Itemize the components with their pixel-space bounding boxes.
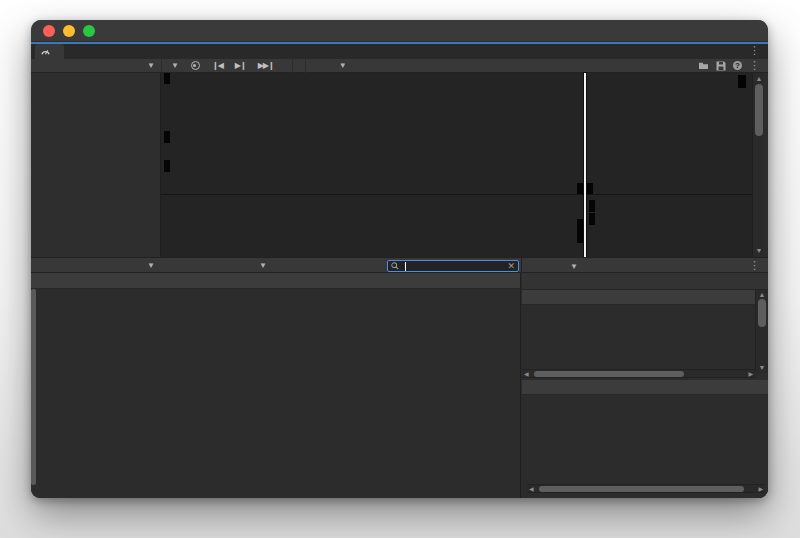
main-toolbar: ▼ ▼ ❙◀ ▶❙ ▶▶❙ ▼ ? ⋮ [31, 59, 768, 73]
panel-horizontal-scrollbar[interactable]: ◀ ▶ [527, 484, 765, 493]
called-from-vertical-scrollbar[interactable]: ▲ ▼ [755, 290, 768, 373]
play-mode-dropdown[interactable]: ▼ [162, 59, 185, 73]
chevron-down-icon: ▼ [259, 261, 267, 270]
scrollbar-thumb[interactable] [534, 371, 684, 377]
chevron-down-icon: ▼ [171, 61, 179, 70]
live-toggle[interactable] [161, 257, 173, 273]
hierarchy-table-header[interactable] [31, 273, 520, 289]
scroll-right-icon[interactable]: ▶ [758, 485, 763, 494]
chevron-down-icon: ▼ [147, 61, 155, 70]
search-input[interactable]: ✕ [387, 260, 519, 272]
deep-profile-toggle[interactable] [318, 59, 330, 73]
batches-value-badge [589, 213, 595, 225]
hierarchy-left-scrollbar[interactable] [31, 289, 36, 485]
setpass-value-badge [589, 200, 595, 212]
bottom-panes: ▲ ▼ ◀ ▶ ◀ ▶ [31, 273, 768, 498]
scrollbar-thumb[interactable] [758, 299, 766, 327]
vertices-value-badge [577, 231, 583, 243]
clear-search-icon[interactable]: ✕ [507, 261, 515, 271]
selected-sample-badge [738, 75, 746, 88]
called-from-header[interactable] [522, 290, 768, 305]
selection-value-left [577, 183, 583, 195]
toolbar-context-menu-icon[interactable]: ⋮ [749, 60, 760, 71]
text-caret [405, 262, 406, 271]
tab-context-menu-icon[interactable]: ⋮ [749, 45, 760, 56]
scroll-down-icon[interactable]: ▼ [756, 363, 768, 373]
calls-panel: ▲ ▼ ◀ ▶ ◀ ▶ [522, 273, 768, 498]
call-stacks-dropdown[interactable]: ▼ [330, 59, 353, 73]
record-icon [191, 61, 200, 70]
selection-value-right [587, 183, 593, 195]
modules-sidebar [31, 73, 161, 257]
scroll-left-icon[interactable]: ◀ [529, 485, 534, 494]
cpu-usage-chart[interactable] [161, 73, 752, 195]
tab-bar: ⋮ [31, 44, 768, 59]
profiler-modules-dropdown[interactable]: ▼ [31, 59, 161, 73]
load-profile-icon[interactable] [698, 61, 709, 70]
calls-summary [522, 273, 768, 290]
next-frame-button[interactable]: ▶❙ [229, 59, 252, 73]
frame-selection-line[interactable] [584, 73, 586, 257]
clear-on-play-toggle[interactable] [306, 59, 318, 73]
scroll-left-icon[interactable]: ◀ [524, 370, 529, 379]
calling-to-header[interactable] [522, 380, 768, 395]
gpu-time-label [285, 257, 297, 273]
hierarchy-toolbar: ▼ ▼ ✕ ▼ ⋮ [31, 257, 768, 273]
scrollbar-thumb[interactable] [755, 84, 763, 136]
thread-dropdown[interactable]: ▼ [173, 257, 273, 273]
hierarchy-table [31, 273, 521, 498]
profiler-window: ⋮ ▼ ▼ ❙◀ ▶❙ ▶▶❙ ▼ [31, 20, 768, 498]
minimize-window-button[interactable] [63, 25, 75, 37]
cpu-time-label [273, 257, 285, 273]
grid-label-60fps [164, 160, 170, 172]
search-icon [391, 262, 399, 270]
chevron-down-icon: ▼ [147, 261, 155, 270]
frame-counter [280, 59, 292, 73]
close-window-button[interactable] [43, 25, 55, 37]
help-icon[interactable]: ? [733, 61, 742, 70]
save-profile-icon[interactable] [716, 61, 726, 71]
charts-vertical-scrollbar[interactable]: ▲ ▼ [752, 73, 764, 257]
charts-area [161, 73, 752, 257]
chevron-down-icon: ▼ [570, 262, 578, 271]
tab-profiler[interactable] [35, 44, 64, 59]
record-button[interactable] [185, 59, 206, 73]
zoom-window-button[interactable] [83, 25, 95, 37]
rendering-chart[interactable] [161, 196, 752, 257]
chevron-down-icon: ▼ [339, 61, 347, 70]
details-view-dropdown[interactable]: ▼ [521, 258, 586, 274]
scroll-up-icon[interactable]: ▲ [753, 74, 765, 84]
first-frame-button[interactable]: ❙◀ [206, 59, 229, 73]
scroll-right-icon[interactable]: ▶ [748, 370, 753, 379]
clear-button[interactable] [293, 59, 305, 73]
scroll-down-icon[interactable]: ▼ [753, 246, 765, 256]
called-from-horizontal-scrollbar[interactable]: ◀ ▶ [522, 369, 755, 378]
triangles-value-badge [577, 219, 583, 231]
titlebar[interactable] [31, 20, 768, 42]
grid-label-15fps [164, 73, 170, 84]
details-context-menu-icon[interactable]: ⋮ [749, 260, 760, 271]
hierarchy-view-dropdown[interactable]: ▼ [31, 257, 161, 273]
grid-label-30fps [164, 131, 170, 143]
current-frame-button[interactable]: ▶▶❙ [252, 59, 280, 73]
profiler-gauge-icon [41, 47, 50, 56]
scrollbar-thumb[interactable] [539, 486, 744, 492]
